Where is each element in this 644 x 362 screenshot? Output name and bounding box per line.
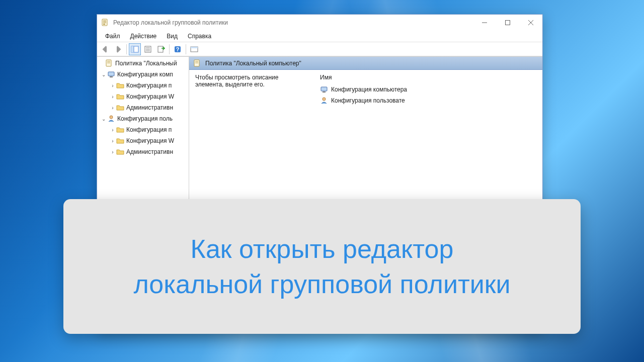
- tree-root[interactable]: Политика "Локальный: [97, 58, 189, 69]
- svg-rect-6: [506, 20, 510, 25]
- toolbar-separator: [126, 44, 127, 54]
- svg-rect-30: [321, 87, 327, 91]
- help-button[interactable]: ?: [172, 43, 184, 55]
- user-icon: [320, 97, 328, 105]
- list-item-label: Конфигурация пользовате: [331, 97, 405, 104]
- list-item[interactable]: Конфигурация пользовате: [320, 95, 536, 106]
- policy-icon: [105, 59, 113, 67]
- svg-rect-10: [131, 46, 134, 52]
- user-icon: [107, 115, 115, 123]
- maximize-button[interactable]: [496, 15, 519, 30]
- expand-toggle[interactable]: ›: [109, 83, 116, 88]
- svg-point-26: [110, 116, 113, 119]
- list-item[interactable]: Конфигурация компьютера: [320, 84, 536, 95]
- folder-icon: [116, 137, 124, 145]
- tree-item[interactable]: › Конфигурация п: [97, 80, 189, 91]
- toolbar: ?: [97, 42, 542, 56]
- tree-label: Политика "Локальный: [115, 60, 177, 67]
- properties-button[interactable]: [142, 43, 154, 55]
- tree-label: Конфигурация комп: [117, 71, 173, 78]
- folder-icon: [116, 148, 124, 156]
- overlay-line1: Как открыть редактор: [191, 231, 454, 266]
- minimize-button[interactable]: [473, 15, 496, 30]
- policy-icon: [193, 59, 201, 67]
- list-item-label: Конфигурация компьютера: [331, 86, 407, 93]
- tree-label: Административн: [126, 148, 173, 155]
- desktop-background: Редактор локальной групповой политики Фа…: [0, 0, 644, 362]
- svg-rect-25: [110, 76, 113, 77]
- folder-icon: [116, 93, 124, 101]
- svg-rect-20: [191, 47, 198, 48]
- folder-icon: [116, 104, 124, 112]
- tree-label: Конфигурация W: [126, 137, 174, 144]
- expand-toggle[interactable]: ›: [109, 127, 116, 133]
- window-title: Редактор локальной групповой политики: [113, 19, 473, 26]
- show-tree-button[interactable]: [129, 43, 141, 55]
- details-header: Политика "Локальный компьютер": [189, 57, 542, 70]
- description-text: Чтобы просмотреть описание элемента, выд…: [195, 74, 306, 88]
- title-bar[interactable]: Редактор локальной групповой политики: [97, 15, 542, 30]
- tree-label: Административн: [126, 104, 173, 111]
- menu-help[interactable]: Справка: [183, 32, 216, 41]
- column-header-name[interactable]: Имя: [320, 74, 536, 81]
- toolbar-separator: [169, 44, 170, 54]
- overlay-line2: локальной групповой политики: [133, 266, 510, 302]
- expand-toggle[interactable]: ›: [109, 149, 116, 155]
- menu-bar: Файл Действие Вид Справка: [97, 30, 542, 42]
- filter-button[interactable]: [188, 43, 200, 55]
- svg-rect-16: [158, 46, 163, 52]
- svg-text:?: ?: [176, 46, 180, 52]
- menu-action[interactable]: Действие: [125, 32, 162, 41]
- expand-toggle[interactable]: ›: [109, 138, 116, 144]
- menu-file[interactable]: Файл: [100, 32, 125, 41]
- tree-label: Конфигурация п: [126, 82, 172, 89]
- tree-label: Конфигурация поль: [117, 115, 173, 122]
- svg-rect-31: [323, 92, 326, 93]
- svg-rect-24: [108, 72, 114, 76]
- expand-toggle[interactable]: ⌄: [100, 116, 107, 122]
- tree-item[interactable]: › Конфигурация W: [97, 91, 189, 102]
- svg-point-32: [323, 98, 326, 101]
- folder-icon: [116, 81, 124, 89]
- expand-toggle[interactable]: ›: [109, 94, 116, 100]
- details-title: Политика "Локальный компьютер": [205, 60, 301, 67]
- overlay-card: Как открыть редактор локальной групповой…: [63, 199, 581, 334]
- tree-item[interactable]: › Конфигурация W: [97, 135, 189, 146]
- tree-user-config[interactable]: ⌄ Конфигурация поль: [97, 113, 189, 124]
- computer-icon: [320, 85, 328, 94]
- tree-label: Конфигурация W: [126, 93, 174, 100]
- back-button[interactable]: [99, 43, 111, 55]
- close-button[interactable]: [519, 15, 542, 30]
- export-button[interactable]: [155, 43, 167, 55]
- tree-item[interactable]: › Административн: [97, 146, 189, 157]
- tree-computer-config[interactable]: ⌄ Конфигурация комп: [97, 69, 189, 80]
- app-icon: [101, 19, 109, 27]
- expand-toggle[interactable]: ⌄: [100, 72, 107, 77]
- svg-rect-4: [103, 24, 105, 25]
- tree-item[interactable]: › Конфигурация п: [97, 124, 189, 135]
- toolbar-separator: [186, 44, 186, 54]
- menu-view[interactable]: Вид: [162, 32, 183, 41]
- expand-toggle[interactable]: ›: [109, 105, 116, 111]
- tree-label: Конфигурация п: [126, 126, 172, 133]
- forward-button[interactable]: [112, 43, 124, 55]
- computer-icon: [107, 70, 115, 78]
- folder-icon: [116, 126, 124, 134]
- tree-item[interactable]: › Административн: [97, 102, 189, 113]
